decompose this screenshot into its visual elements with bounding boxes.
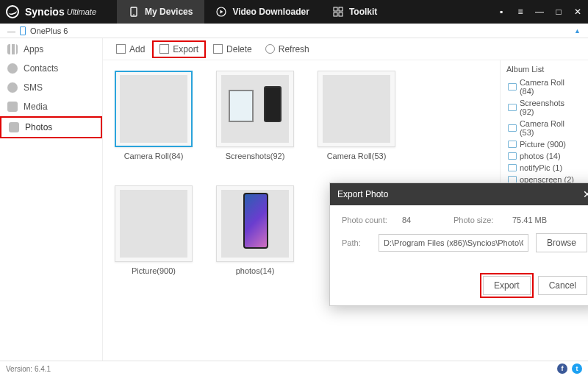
picture-icon — [508, 141, 517, 148]
tab-video-downloader[interactable]: Video Downloader — [204, 0, 320, 24]
twitter-icon[interactable]: t — [572, 363, 582, 374]
btn-label: Refresh — [279, 44, 309, 54]
sidebar-item-contacts[interactable]: Contacts — [0, 59, 102, 78]
phone-icon — [20, 26, 26, 35]
svg-rect-3 — [334, 7, 337, 11]
sidebar-item-media[interactable]: Media — [0, 97, 102, 116]
refresh-button[interactable]: Refresh — [259, 42, 315, 57]
sidebar-item-label: Contacts — [24, 63, 58, 74]
menu-icon[interactable]: ≡ — [516, 7, 525, 16]
album-list-item[interactable]: photos (14) — [503, 150, 585, 162]
contacts-icon — [7, 63, 18, 74]
picture-icon — [508, 104, 517, 111]
play-circle-icon — [216, 7, 226, 17]
dialog-cancel-button[interactable]: Cancel — [538, 276, 587, 295]
album-thumb — [216, 185, 294, 262]
export-icon — [159, 44, 169, 54]
add-button[interactable]: Add — [110, 42, 151, 57]
media-icon — [7, 102, 18, 112]
tab-label: Toolkit — [349, 7, 377, 17]
dialog-title: Export Photo — [337, 189, 388, 199]
toolbar: Add Export Delete Refresh — [103, 38, 588, 60]
body: Apps Contacts SMS Media Photos Add — [0, 38, 588, 361]
browse-button[interactable]: Browse — [536, 233, 587, 252]
social-links: f t — [557, 363, 582, 374]
tab-my-devices[interactable]: My Devices — [117, 0, 204, 24]
dash-icon: — — [7, 26, 15, 35]
apps-icon — [7, 44, 18, 54]
delete-button[interactable]: Delete — [207, 42, 258, 57]
album-card[interactable]: Camera Roll(53) — [316, 71, 397, 160]
refresh-icon — [265, 44, 275, 54]
photo-size-label: Photo size: — [453, 216, 505, 224]
picture-icon — [508, 124, 517, 132]
photos-icon — [9, 122, 19, 132]
minimize-button[interactable]: — — [535, 7, 544, 16]
dialog-header: Export Photo ✕ — [330, 183, 588, 205]
dialog-body: Photo count: 84 Photo size: 75.41 MB Pat… — [330, 205, 588, 270]
tab-label: Video Downloader — [232, 7, 309, 17]
device-bar: — OnePlus 6 ▲ — [0, 24, 588, 38]
window-controls: ▪ ≡ — □ ✕ — [497, 7, 582, 16]
album-card[interactable]: Screenshots(92) — [215, 71, 295, 160]
facebook-icon[interactable]: f — [557, 363, 567, 374]
picture-icon — [508, 152, 517, 160]
sms-icon — [7, 82, 18, 93]
album-list-item[interactable]: Camera Roll (53) — [503, 118, 585, 138]
album-card[interactable]: Camera Roll(84) — [113, 71, 194, 160]
close-button[interactable]: ✕ — [573, 7, 582, 16]
dialog-footer: Export Cancel — [330, 270, 588, 305]
btn-label: Export — [173, 44, 198, 54]
album-thumb — [115, 185, 193, 262]
album-caption: Screenshots(92) — [226, 152, 285, 160]
album-card[interactable]: Picture(900) — [113, 185, 194, 275]
sidebar-item-label: Media — [24, 102, 48, 112]
sidebar: Apps Contacts SMS Media Photos — [0, 38, 103, 361]
btn-label: Add — [129, 44, 145, 54]
export-button[interactable]: Export — [152, 40, 206, 58]
title-bar: Syncios Ultimate My Devices Video Downlo… — [0, 0, 588, 24]
svg-rect-5 — [334, 13, 337, 16]
photo-size-value: 75.41 MB — [512, 216, 547, 224]
top-tabs: My Devices Video Downloader Toolkit — [117, 0, 389, 24]
album-thumb — [318, 71, 395, 147]
album-list-title: Album List — [503, 65, 585, 74]
tab-toolkit[interactable]: Toolkit — [321, 0, 389, 24]
album-caption: Camera Roll(53) — [327, 152, 387, 160]
tab-label: My Devices — [145, 7, 193, 17]
app-brand: Syncios — [25, 6, 65, 18]
album-caption: Camera Roll(84) — [124, 152, 184, 160]
svg-rect-6 — [339, 13, 343, 16]
collapse-icon[interactable]: ▲ — [574, 27, 581, 35]
footer: Version: 6.4.1 f t — [0, 361, 588, 376]
version-label: Version: 6.4.1 — [6, 365, 51, 373]
sidebar-item-label: Apps — [24, 44, 43, 54]
sidebar-item-photos[interactable]: Photos — [0, 116, 102, 138]
album-list-item[interactable]: Picture (900) — [503, 138, 585, 150]
album-card[interactable]: photos(14) — [215, 185, 295, 275]
device-icon — [129, 7, 139, 17]
sidebar-item-label: SMS — [24, 82, 43, 93]
album-list-item[interactable]: Camera Roll (84) — [503, 77, 585, 97]
album-thumb — [115, 71, 193, 147]
album-list-item[interactable]: notifyPic (1) — [503, 162, 585, 174]
dialog-export-button[interactable]: Export — [483, 276, 531, 295]
sidebar-item-apps[interactable]: Apps — [0, 40, 102, 59]
btn-label: Delete — [226, 44, 252, 54]
message-icon[interactable]: ▪ — [497, 7, 506, 16]
album-caption: Picture(900) — [132, 266, 176, 275]
picture-icon — [508, 164, 517, 171]
grid-icon — [333, 7, 343, 17]
trash-icon — [213, 44, 223, 54]
photo-count-label: Photo count: — [342, 216, 395, 224]
dialog-close-button[interactable]: ✕ — [583, 188, 588, 200]
export-photo-dialog: Export Photo ✕ Photo count: 84 Photo siz… — [329, 182, 588, 306]
add-icon — [116, 44, 126, 54]
svg-rect-4 — [339, 7, 343, 11]
path-input[interactable] — [379, 234, 528, 252]
content: Add Export Delete Refresh Camera Roll(84… — [103, 38, 588, 361]
album-caption: photos(14) — [236, 266, 275, 275]
album-list-item[interactable]: Screenshots (92) — [503, 97, 585, 118]
maximize-button[interactable]: □ — [554, 7, 563, 16]
sidebar-item-sms[interactable]: SMS — [0, 78, 102, 97]
